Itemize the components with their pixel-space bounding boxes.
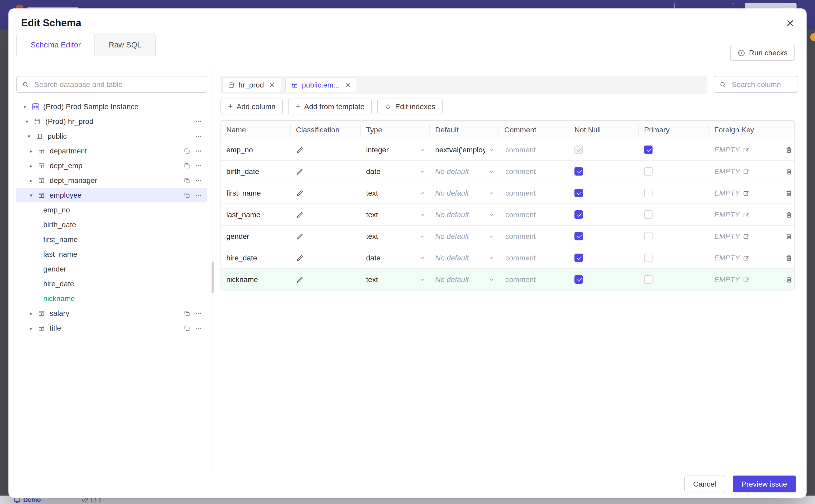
copy-icon[interactable] [183, 192, 190, 198]
add-column-button[interactable]: + Add column [220, 99, 283, 114]
trash-icon[interactable] [785, 146, 793, 154]
tree-item-table-dept-manager[interactable]: ▸ dept_manager [16, 173, 207, 188]
pencil-icon[interactable] [296, 189, 304, 197]
comment-input[interactable] [504, 210, 569, 219]
scrollbar-thumb[interactable] [211, 261, 214, 293]
more-icon[interactable] [195, 192, 202, 198]
copy-icon[interactable] [183, 324, 190, 331]
primary-checkbox[interactable] [644, 167, 653, 176]
more-icon[interactable] [195, 162, 202, 169]
default-select[interactable]: nextval('employ [430, 146, 499, 154]
edit-icon[interactable] [743, 146, 750, 153]
copy-icon[interactable] [183, 162, 190, 169]
type-select[interactable]: text [361, 232, 430, 240]
tree-item-table-title[interactable]: ▸ title [16, 321, 207, 335]
caret-right-icon[interactable]: ▸ [27, 310, 35, 316]
tree-item-table-salary[interactable]: ▸ salary [16, 306, 207, 321]
edit-icon[interactable] [743, 168, 750, 175]
primary-checkbox[interactable] [644, 210, 653, 219]
trash-icon[interactable] [785, 232, 793, 240]
caret-down-icon[interactable]: ▾ [27, 192, 35, 198]
cancel-button[interactable]: Cancel [684, 476, 725, 492]
type-select[interactable]: date [361, 254, 430, 262]
more-icon[interactable] [195, 133, 202, 139]
comment-input[interactable] [504, 253, 569, 263]
not-null-checkbox[interactable] [575, 232, 583, 240]
type-select[interactable]: text [361, 275, 430, 284]
preview-issue-button[interactable]: Preview issue [732, 476, 796, 492]
not-null-checkbox[interactable] [575, 189, 583, 197]
edit-indexes-button[interactable]: Edit indexes [377, 99, 443, 114]
pencil-icon[interactable] [296, 167, 304, 175]
type-select[interactable]: text [361, 210, 430, 219]
caret-right-icon[interactable]: ▸ [27, 177, 35, 183]
tree-item-database-hr-prod[interactable]: ▾ (Prod) hr_prod [16, 114, 207, 129]
comment-input[interactable] [504, 231, 569, 241]
close-icon[interactable] [344, 81, 351, 88]
name-cell[interactable]: nickname [221, 275, 291, 284]
edit-icon[interactable] [743, 233, 750, 240]
tab-chip-public-employee[interactable]: public.em... [286, 77, 357, 92]
caret-down-icon[interactable]: ▾ [21, 104, 28, 109]
primary-checkbox[interactable] [644, 254, 653, 262]
column-search[interactable] [714, 76, 798, 93]
caret-right-icon[interactable]: ▸ [27, 163, 35, 168]
name-cell[interactable]: first_name [221, 189, 291, 197]
caret-right-icon[interactable]: ▸ [27, 325, 35, 331]
pencil-icon[interactable] [296, 254, 304, 262]
run-checks-button[interactable]: Run checks [730, 45, 795, 61]
copy-icon[interactable] [183, 310, 190, 317]
more-icon[interactable] [195, 118, 202, 125]
type-select[interactable]: date [361, 167, 430, 176]
pencil-icon[interactable] [296, 232, 304, 240]
more-icon[interactable] [195, 324, 202, 331]
comment-input[interactable] [504, 188, 569, 198]
name-cell[interactable]: last_name [221, 210, 291, 219]
comment-input[interactable] [504, 167, 569, 176]
edit-icon[interactable] [743, 276, 750, 283]
tree-search[interactable] [16, 76, 207, 93]
tab-raw-sql[interactable]: Raw SQL [95, 33, 156, 56]
tree-search-input[interactable] [33, 80, 201, 89]
name-cell[interactable]: emp_no [221, 146, 291, 154]
close-icon[interactable] [785, 18, 795, 28]
caret-down-icon[interactable]: ▾ [25, 133, 33, 139]
default-select[interactable]: No default [430, 189, 499, 197]
copy-icon[interactable] [183, 147, 190, 154]
primary-checkbox[interactable] [644, 189, 653, 197]
trash-icon[interactable] [785, 254, 793, 262]
default-select[interactable]: No default [430, 254, 499, 262]
copy-icon[interactable] [183, 177, 190, 184]
caret-right-icon[interactable]: ▸ [27, 148, 35, 154]
tree-item-column-birth-date[interactable]: birth_date [16, 217, 207, 232]
caret-down-icon[interactable]: ▾ [23, 118, 31, 124]
not-null-checkbox[interactable] [575, 167, 583, 176]
more-icon[interactable] [195, 147, 202, 154]
default-select[interactable]: No default [430, 210, 499, 219]
add-from-template-button[interactable]: + Add from template [288, 99, 372, 114]
trash-icon[interactable] [785, 211, 793, 219]
name-cell[interactable]: gender [221, 232, 291, 240]
more-icon[interactable] [195, 177, 202, 184]
tree-item-column-hire-date[interactable]: hire_date [16, 276, 207, 291]
trash-icon[interactable] [785, 275, 793, 283]
edit-icon[interactable] [743, 211, 750, 218]
tree-item-schema-public[interactable]: ▾ public [16, 129, 207, 143]
type-select[interactable]: text [361, 189, 430, 197]
tab-schema-editor[interactable]: Schema Editor [16, 33, 95, 56]
tree-item-table-department[interactable]: ▸ department [16, 143, 207, 158]
close-icon[interactable] [269, 81, 276, 88]
name-cell[interactable]: birth_date [221, 167, 291, 176]
tree-item-table-dept-emp[interactable]: ▸ dept_emp [16, 158, 207, 173]
tab-chip-hr-prod[interactable]: hr_prod [222, 77, 281, 92]
tree-item-instance[interactable]: ▾ (Prod) Prod Sample Instance [16, 99, 207, 114]
trash-icon[interactable] [785, 189, 793, 197]
primary-checkbox[interactable] [644, 146, 653, 154]
tree-item-column-gender[interactable]: gender [16, 261, 207, 276]
edit-icon[interactable] [743, 254, 750, 261]
default-select[interactable]: No default [430, 275, 499, 284]
primary-checkbox[interactable] [644, 232, 653, 240]
tree-item-column-nickname[interactable]: nickname [16, 291, 207, 306]
tree-item-column-emp-no[interactable]: emp_no [16, 202, 207, 217]
default-select[interactable]: No default [430, 232, 499, 240]
